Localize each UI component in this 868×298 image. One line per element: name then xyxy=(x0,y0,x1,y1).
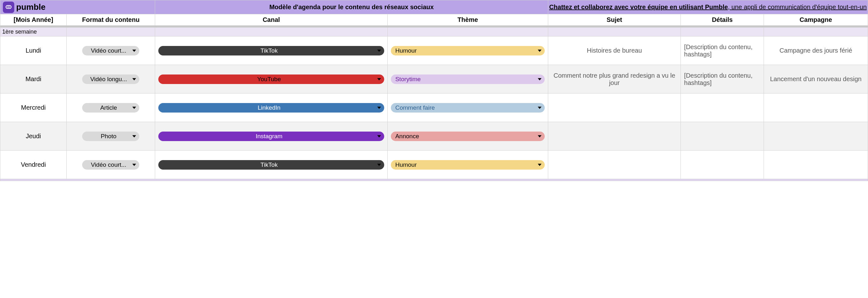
canal-cell[interactable]: TikTok xyxy=(155,36,388,65)
details-cell[interactable] xyxy=(681,94,764,122)
campagne-cell[interactable]: Campagne des jours férié xyxy=(764,36,868,65)
table-row: VendrediVidéo court...TikTokHumour xyxy=(0,151,868,179)
chevron-down-icon xyxy=(132,106,136,109)
sujet-cell[interactable] xyxy=(548,94,681,122)
week-label: 1ère semaine xyxy=(0,28,67,36)
canal-dropdown[interactable]: YouTube xyxy=(158,74,384,84)
details-cell[interactable]: [Description du contenu, hashtags] xyxy=(681,65,764,94)
day-cell: Lundi xyxy=(0,36,67,65)
canal-value: Instagram xyxy=(256,133,282,140)
day-cell: Mardi xyxy=(0,65,67,94)
format-cell[interactable]: Photo xyxy=(67,122,155,151)
chevron-down-icon xyxy=(132,49,136,52)
chevron-down-icon xyxy=(538,164,541,166)
theme-dropdown[interactable]: Storytime xyxy=(391,74,545,84)
template-title: Modèle d'agenda pour le contenu des rése… xyxy=(155,0,548,14)
chevron-down-icon xyxy=(538,49,541,52)
format-dropdown[interactable]: Article xyxy=(82,103,139,112)
campagne-cell[interactable]: Lancement d'un nouveau design xyxy=(764,65,868,94)
details-cell[interactable]: [Description du contenu, hashtags] xyxy=(681,36,764,65)
col-sujet: Sujet xyxy=(548,14,681,26)
theme-value: Storytime xyxy=(395,76,421,83)
chevron-down-icon xyxy=(132,78,136,80)
canal-cell[interactable]: YouTube xyxy=(155,65,388,94)
col-format: Format du contenu xyxy=(67,14,155,26)
format-cell[interactable]: Article xyxy=(67,94,155,122)
theme-cell[interactable]: Humour xyxy=(388,36,548,65)
canal-cell[interactable]: Instagram xyxy=(155,122,388,151)
format-cell[interactable]: Vidéo longu... xyxy=(67,65,155,94)
canal-cell[interactable]: LinkedIn xyxy=(155,94,388,122)
col-campagne: Campagne xyxy=(764,14,868,26)
theme-cell[interactable]: Storytime xyxy=(388,65,548,94)
theme-cell[interactable]: Humour xyxy=(388,151,548,179)
theme-dropdown[interactable]: Comment faire xyxy=(391,103,545,112)
table-row: JeudiPhotoInstagramAnnonce xyxy=(0,122,868,151)
sujet-cell[interactable] xyxy=(548,151,681,179)
chevron-down-icon xyxy=(538,106,541,109)
promo-link-bold: Chattez et collaborez avec votre équipe … xyxy=(549,3,728,10)
canal-value: YouTube xyxy=(257,76,281,83)
theme-cell[interactable]: Annonce xyxy=(388,122,548,151)
sujet-cell[interactable]: Histoires de bureau xyxy=(548,36,681,65)
chevron-down-icon xyxy=(377,135,381,137)
details-cell[interactable] xyxy=(681,151,764,179)
details-cell[interactable] xyxy=(681,122,764,151)
format-value: Vidéo longu... xyxy=(90,76,127,83)
chevron-down-icon xyxy=(132,135,136,137)
pumble-icon xyxy=(3,2,14,13)
chevron-down-icon xyxy=(538,78,541,80)
format-dropdown[interactable]: Vidéo longu... xyxy=(82,74,139,84)
chevron-down-icon xyxy=(377,78,381,80)
col-details: Détails xyxy=(681,14,764,26)
theme-cell[interactable]: Comment faire xyxy=(388,94,548,122)
col-month: [Mois Année] xyxy=(0,14,67,26)
sujet-cell[interactable] xyxy=(548,122,681,151)
format-value: Vidéo court... xyxy=(91,161,127,168)
canal-dropdown[interactable]: LinkedIn xyxy=(158,103,384,112)
format-value: Photo xyxy=(101,133,117,140)
chevron-down-icon xyxy=(132,164,136,166)
format-dropdown[interactable]: Vidéo court... xyxy=(82,46,139,56)
brand-name: pumble xyxy=(16,2,45,12)
format-value: Vidéo court... xyxy=(91,47,127,54)
canal-value: TikTok xyxy=(260,47,278,54)
canal-value: LinkedIn xyxy=(258,104,280,111)
brand-logo: pumble xyxy=(0,2,155,13)
canal-value: TikTok xyxy=(260,161,278,168)
format-cell[interactable]: Vidéo court... xyxy=(67,151,155,179)
table-row: MercrediArticleLinkedInComment faire xyxy=(0,94,868,122)
format-dropdown[interactable]: Vidéo court... xyxy=(82,160,139,170)
canal-dropdown[interactable]: TikTok xyxy=(158,46,384,56)
col-theme: Thème xyxy=(388,14,548,26)
promo-link[interactable]: Chattez et collaborez avec votre équipe … xyxy=(548,0,868,14)
chevron-down-icon xyxy=(377,106,381,109)
theme-value: Annonce xyxy=(395,133,419,140)
theme-dropdown[interactable]: Annonce xyxy=(391,132,545,141)
chevron-down-icon xyxy=(377,49,381,52)
day-cell: Mercredi xyxy=(0,94,67,122)
sujet-cell[interactable]: Comment notre plus grand redesign a vu l… xyxy=(548,65,681,94)
col-canal: Canal xyxy=(155,14,388,26)
format-dropdown[interactable]: Photo xyxy=(82,132,139,141)
chevron-down-icon xyxy=(377,164,381,166)
theme-dropdown[interactable]: Humour xyxy=(391,160,545,170)
format-cell[interactable]: Vidéo court... xyxy=(67,36,155,65)
table-row: MardiVidéo longu...YouTubeStorytimeComme… xyxy=(0,65,868,94)
canal-dropdown[interactable]: Instagram xyxy=(158,132,384,141)
promo-link-rest: , une appli de communication d'équipe to… xyxy=(728,3,866,10)
canal-dropdown[interactable]: TikTok xyxy=(158,160,384,170)
theme-value: Comment faire xyxy=(395,104,435,111)
theme-value: Humour xyxy=(395,47,417,54)
table-row: LundiVidéo court...TikTokHumourHistoires… xyxy=(0,36,868,65)
campagne-cell[interactable] xyxy=(764,151,868,179)
day-cell: Jeudi xyxy=(0,122,67,151)
campagne-cell[interactable] xyxy=(764,122,868,151)
campagne-cell[interactable] xyxy=(764,94,868,122)
day-cell: Vendredi xyxy=(0,151,67,179)
canal-cell[interactable]: TikTok xyxy=(155,151,388,179)
theme-value: Humour xyxy=(395,161,417,168)
theme-dropdown[interactable]: Humour xyxy=(391,46,545,56)
chevron-down-icon xyxy=(538,135,541,137)
format-value: Article xyxy=(100,104,117,111)
